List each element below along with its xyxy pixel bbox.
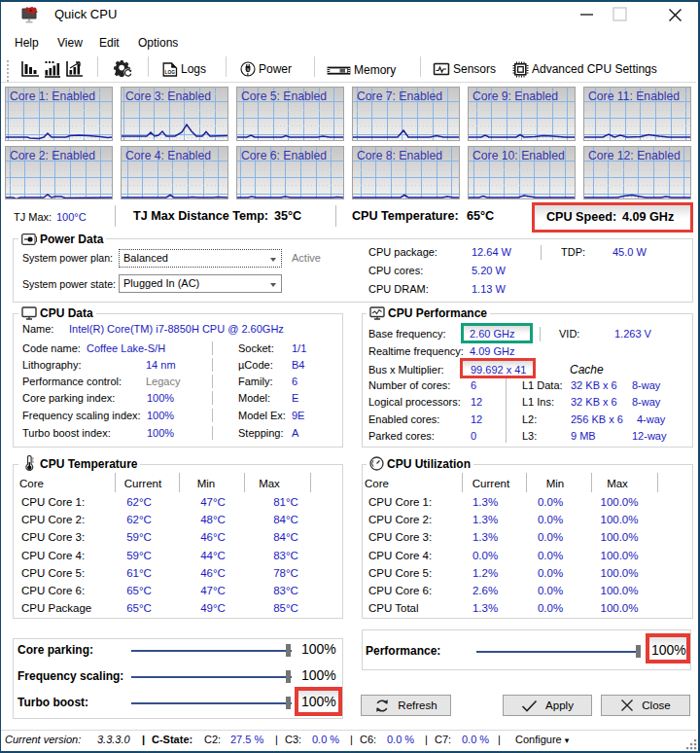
svg-text:LOG: LOG [165,69,176,74]
